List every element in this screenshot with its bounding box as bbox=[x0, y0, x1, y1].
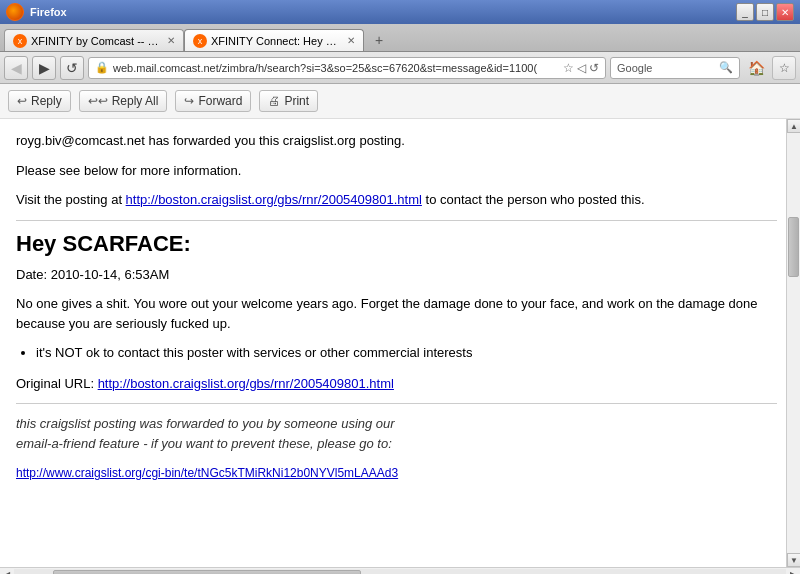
print-button[interactable]: 🖨 Print bbox=[259, 90, 318, 112]
rss-icon[interactable]: ◁ bbox=[577, 61, 586, 75]
firefox-logo bbox=[6, 3, 24, 21]
footer-url-line: http://www.craigslist.org/cgi-bin/te/tNG… bbox=[16, 463, 777, 483]
hscroll-right-arrow[interactable]: ▶ bbox=[786, 568, 800, 575]
tab-label-1: XFINITY by Comcast -- Official Customer … bbox=[31, 35, 159, 47]
see-below: Please see below for more information. bbox=[16, 161, 777, 181]
secure-icon: 🔒 bbox=[95, 61, 109, 74]
divider-1 bbox=[16, 220, 777, 221]
reply-all-button[interactable]: ↩↩ Reply All bbox=[79, 90, 168, 112]
email-date: Date: 2010-10-14, 6:53AM bbox=[16, 265, 777, 285]
bullet-item: it's NOT ok to contact this poster with … bbox=[36, 343, 777, 364]
original-url-line: Original URL: http://boston.craigslist.o… bbox=[16, 374, 777, 394]
print-icon: 🖨 bbox=[268, 94, 280, 108]
browser-title: Firefox bbox=[30, 6, 67, 18]
scroll-down-arrow[interactable]: ▼ bbox=[787, 553, 800, 567]
horizontal-scrollbar[interactable]: ◀ ▶ bbox=[0, 567, 800, 574]
scroll-track[interactable] bbox=[787, 133, 800, 553]
search-engine-label: Google bbox=[617, 62, 652, 74]
nav-bar: ◀ ▶ ↺ 🔒 web.mail.comcast.net/zimbra/h/se… bbox=[0, 52, 800, 84]
tab-favicon-1: x bbox=[13, 34, 27, 48]
forward-label: Forward bbox=[198, 94, 242, 108]
visit-text-after: to contact the person who posted this. bbox=[422, 192, 645, 207]
address-text: web.mail.comcast.net/zimbra/h/search?si=… bbox=[113, 62, 559, 74]
close-button[interactable]: ✕ bbox=[776, 3, 794, 21]
browser-titlebar: Firefox _ □ ✕ bbox=[0, 0, 800, 24]
forward-icon: ↪ bbox=[184, 94, 194, 108]
original-url-label: Original URL: bbox=[16, 376, 98, 391]
bookmark-star-icon[interactable]: ☆ bbox=[563, 61, 574, 75]
footer-line1: this craigslist posting was forwarded to… bbox=[16, 416, 395, 431]
search-bar[interactable]: Google 🔍 bbox=[610, 57, 740, 79]
original-url-link[interactable]: http://boston.craigslist.org/gbs/rnr/200… bbox=[98, 376, 394, 391]
scroll-thumb[interactable] bbox=[788, 217, 799, 277]
hscroll-thumb[interactable] bbox=[53, 570, 362, 575]
tab-xfinity-connect[interactable]: x XFINITY Connect: Hey SCARFACE: ✕ bbox=[184, 29, 364, 51]
tab-close-2[interactable]: ✕ bbox=[347, 35, 355, 46]
hscroll-track[interactable] bbox=[14, 569, 786, 575]
home-button[interactable]: 🏠 bbox=[744, 56, 768, 80]
refresh-small-icon[interactable]: ↺ bbox=[589, 61, 599, 75]
vertical-scrollbar[interactable]: ▲ ▼ bbox=[786, 119, 800, 567]
forward-button[interactable]: ▶ bbox=[32, 56, 56, 80]
tab-xfinity-main[interactable]: x XFINITY by Comcast -- Official Custome… bbox=[4, 29, 184, 51]
tab-label-2: XFINITY Connect: Hey SCARFACE: bbox=[211, 35, 339, 47]
address-bar[interactable]: 🔒 web.mail.comcast.net/zimbra/h/search?s… bbox=[88, 57, 606, 79]
tab-favicon-2: x bbox=[193, 34, 207, 48]
visit-posting: Visit the posting at http://boston.craig… bbox=[16, 190, 777, 210]
scroll-up-arrow[interactable]: ▲ bbox=[787, 119, 800, 133]
footer-url[interactable]: http://www.craigslist.org/cgi-bin/te/tNG… bbox=[16, 466, 398, 480]
email-body: royg.biv@comcast.net has forwarded you t… bbox=[16, 131, 777, 483]
bookmarks-button[interactable]: ☆ bbox=[772, 56, 796, 80]
maximize-button[interactable]: □ bbox=[756, 3, 774, 21]
hscroll-left-arrow[interactable]: ◀ bbox=[0, 568, 14, 575]
email-body-text: No one gives a shit. You wore out your w… bbox=[16, 294, 777, 333]
print-label: Print bbox=[284, 94, 309, 108]
bullet-list: it's NOT ok to contact this poster with … bbox=[36, 343, 777, 364]
minimize-button[interactable]: _ bbox=[736, 3, 754, 21]
reply-icon: ↩ bbox=[17, 94, 27, 108]
tab-close-1[interactable]: ✕ bbox=[167, 35, 175, 46]
email-heading: Hey SCARFACE: bbox=[16, 231, 777, 257]
reply-label: Reply bbox=[31, 94, 62, 108]
reply-button[interactable]: ↩ Reply bbox=[8, 90, 71, 112]
back-button[interactable]: ◀ bbox=[4, 56, 28, 80]
footer-text: this craigslist posting was forwarded to… bbox=[16, 414, 777, 453]
reply-all-icon: ↩↩ bbox=[88, 94, 108, 108]
divider-2 bbox=[16, 403, 777, 404]
add-tab-button[interactable]: + bbox=[368, 29, 390, 51]
forwarded-notice: royg.biv@comcast.net has forwarded you t… bbox=[16, 131, 777, 151]
tab-bar: x XFINITY by Comcast -- Official Custome… bbox=[0, 24, 800, 52]
search-icon[interactable]: 🔍 bbox=[719, 61, 733, 74]
visit-link[interactable]: http://boston.craigslist.org/gbs/rnr/200… bbox=[126, 192, 422, 207]
refresh-button[interactable]: ↺ bbox=[60, 56, 84, 80]
email-content: royg.biv@comcast.net has forwarded you t… bbox=[0, 119, 800, 567]
footer-line2: email-a-friend feature - if you want to … bbox=[16, 436, 392, 451]
visit-text-before: Visit the posting at bbox=[16, 192, 126, 207]
forward-button[interactable]: ↪ Forward bbox=[175, 90, 251, 112]
reply-all-label: Reply All bbox=[112, 94, 159, 108]
email-toolbar: ↩ Reply ↩↩ Reply All ↪ Forward 🖨 Print bbox=[0, 84, 800, 119]
